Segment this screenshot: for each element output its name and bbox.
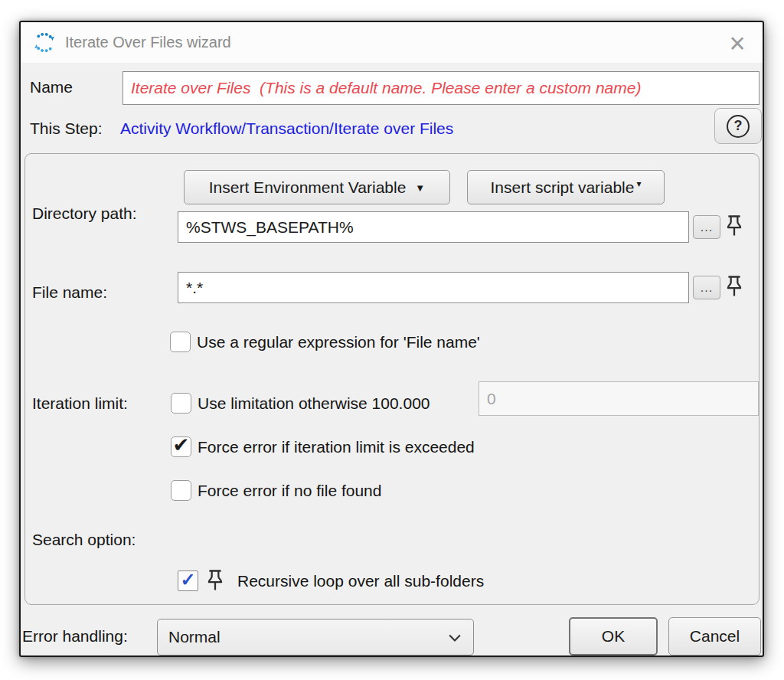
cancel-button[interactable]: Cancel (668, 617, 761, 655)
dropdown-arrow-icon: ▼ (415, 182, 425, 194)
regex-checkbox-label: Use a regular expression for 'File name' (197, 333, 480, 351)
use-limitation-checkbox-label: Use limitation otherwise 100.000 (198, 394, 430, 413)
file-name-input[interactable] (178, 272, 689, 303)
sync-loop-icon (30, 31, 58, 54)
pushpin-icon[interactable] (724, 271, 744, 302)
dialog-title: Iterate Over Files wizard (65, 22, 231, 63)
force-error-limit-checkbox[interactable]: ✔ (171, 436, 191, 457)
help-icon: ? (727, 115, 750, 138)
recursive-loop-checkbox-label: Recursive loop over all sub-folders (237, 572, 484, 590)
file-browse-button[interactable]: ... (693, 276, 720, 299)
dropdown-arrow-icon: ▾ (636, 178, 641, 189)
regex-checkbox[interactable] (170, 332, 191, 352)
name-input[interactable] (122, 71, 760, 105)
error-handling-label: Error handling: (22, 627, 128, 646)
insert-environment-variable-button[interactable]: Insert Environment Variable▼ (184, 170, 450, 204)
this-step-label: This Step: (30, 119, 103, 138)
title-bar: Iterate Over Files wizard × (21, 22, 763, 63)
iteration-limit-label: Iteration limit: (32, 394, 128, 413)
force-error-nofile-checkbox[interactable] (171, 480, 191, 501)
file-name-label: File name: (32, 283, 107, 302)
close-icon: × (729, 28, 745, 59)
directory-path-label: Directory path: (32, 204, 137, 223)
directory-path-input[interactable] (178, 211, 689, 243)
this-step-link[interactable]: Activity Workflow/Transaction/Iterate ov… (120, 119, 453, 138)
search-option-label: Search option: (32, 531, 136, 549)
directory-browse-button[interactable]: ... (693, 215, 720, 239)
force-error-nofile-checkbox-label: Force error if no file found (198, 482, 381, 500)
insert-script-variable-button[interactable]: Insert script variable▾ (467, 170, 665, 204)
insert-script-variable-label: Insert script variable (491, 178, 635, 196)
force-error-limit-checkbox-label: Force error if iteration limit is exceed… (198, 438, 475, 456)
chevron-down-icon (449, 634, 461, 642)
iteration-limit-input (479, 381, 759, 416)
insert-environment-variable-label: Insert Environment Variable (209, 178, 407, 196)
ok-button[interactable]: OK (569, 617, 658, 655)
recursive-loop-checkbox[interactable]: ✓ (178, 570, 198, 591)
pushpin-icon[interactable] (205, 565, 225, 597)
pushpin-icon[interactable] (724, 211, 744, 242)
close-button[interactable]: × (720, 28, 755, 60)
error-handling-value: Normal (168, 628, 220, 646)
iterate-over-files-wizard-dialog: Iterate Over Files wizard × Name This St… (19, 21, 764, 657)
help-button[interactable]: ? (714, 108, 762, 144)
error-handling-select[interactable]: Normal (157, 619, 474, 655)
use-limitation-checkbox[interactable] (171, 393, 191, 414)
name-label: Name (30, 78, 73, 96)
